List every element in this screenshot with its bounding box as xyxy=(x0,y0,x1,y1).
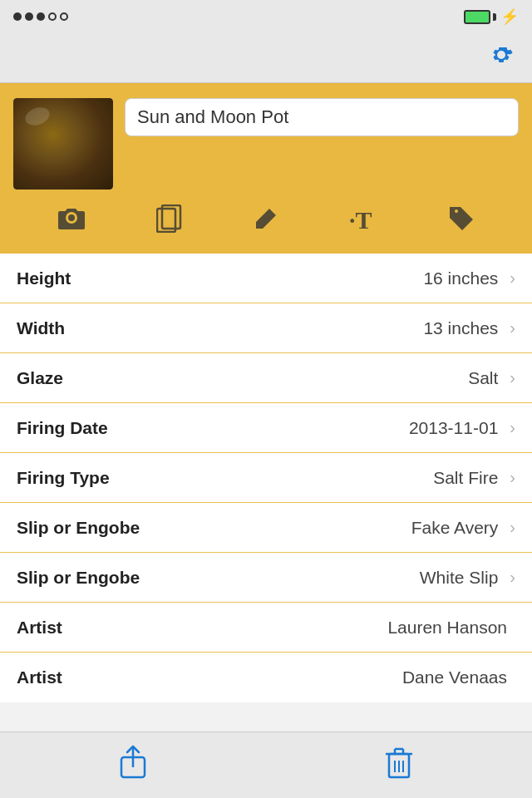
field-value: Fake Avery xyxy=(191,518,506,538)
dot3 xyxy=(37,12,45,21)
field-value: White Slip xyxy=(191,568,506,588)
chevron-right-icon: › xyxy=(510,468,515,487)
copy-icon[interactable] xyxy=(150,201,190,242)
trash-svg xyxy=(383,744,415,781)
chevron-right-icon: › xyxy=(510,568,515,587)
copy-svg xyxy=(156,204,183,233)
camera-svg xyxy=(57,206,86,231)
chevron-right-icon: › xyxy=(510,268,515,288)
table-row[interactable]: Firing Date2013-11-01› xyxy=(0,403,532,453)
field-label: Slip or Engobe xyxy=(17,568,191,588)
field-value: 16 inches xyxy=(191,268,506,288)
field-label: Width xyxy=(17,318,191,338)
share-svg xyxy=(117,744,149,781)
table-row[interactable]: ArtistDane Venaas xyxy=(0,653,532,702)
fields-list: Height16 inches›Width13 inches›GlazeSalt… xyxy=(0,254,532,702)
edit-svg xyxy=(253,205,279,232)
text-size-svg: ·T xyxy=(349,205,377,232)
battery-body xyxy=(464,10,490,24)
title-input[interactable] xyxy=(125,98,519,136)
table-row[interactable]: Height16 inches› xyxy=(0,254,532,303)
camera-icon[interactable] xyxy=(50,203,93,240)
signal-dots xyxy=(13,12,68,21)
text-size-icon[interactable]: ·T xyxy=(342,202,384,241)
chevron-right-icon: › xyxy=(510,418,515,437)
pot-image xyxy=(13,98,113,190)
field-label: Artist xyxy=(17,618,191,638)
status-left xyxy=(13,12,81,21)
field-value: Dane Venaas xyxy=(191,667,515,687)
table-row[interactable]: Slip or EngobeFake Avery› xyxy=(0,503,532,553)
header-card: ·T xyxy=(0,83,532,254)
toolbar: ·T xyxy=(13,201,519,242)
field-label: Firing Date xyxy=(17,418,191,438)
battery-tip xyxy=(493,13,496,21)
table-row[interactable]: GlazeSalt› xyxy=(0,353,532,403)
field-label: Artist xyxy=(17,667,191,687)
tag-icon[interactable] xyxy=(441,201,482,242)
field-value: 13 inches xyxy=(191,318,506,338)
dot4 xyxy=(48,12,57,21)
field-value: Salt Fire xyxy=(191,468,506,488)
svg-text:·T: ·T xyxy=(349,206,372,232)
chevron-right-icon: › xyxy=(510,518,515,537)
tag-svg xyxy=(447,204,475,233)
dot5 xyxy=(60,12,68,21)
edit-icon[interactable] xyxy=(246,202,286,241)
status-bar: ⚡ xyxy=(0,0,532,33)
table-row[interactable]: Firing TypeSalt Fire› xyxy=(0,453,532,503)
field-label: Slip or Engobe xyxy=(17,518,191,538)
dot1 xyxy=(13,12,22,21)
battery-bolt-icon: ⚡ xyxy=(500,7,519,26)
table-row[interactable]: Slip or EngobeWhite Slip› xyxy=(0,553,532,603)
field-value: Salt xyxy=(191,368,506,388)
bottom-bar xyxy=(0,732,532,798)
nav-bar xyxy=(0,33,532,83)
dot2 xyxy=(25,12,33,21)
field-value: 2013-11-01 xyxy=(191,418,506,438)
chevron-right-icon: › xyxy=(510,368,515,387)
field-value: Lauren Hanson xyxy=(191,618,515,638)
header-top xyxy=(13,98,519,190)
battery: ⚡ xyxy=(464,7,519,26)
gear-icon[interactable] xyxy=(487,41,515,75)
field-label: Glaze xyxy=(17,368,191,388)
gear-svg xyxy=(487,41,515,69)
table-row[interactable]: ArtistLauren Hanson xyxy=(0,603,532,653)
chevron-right-icon: › xyxy=(510,318,515,337)
field-label: Height xyxy=(17,268,191,288)
trash-icon[interactable] xyxy=(383,744,415,787)
table-row[interactable]: Width13 inches› xyxy=(0,303,532,353)
share-icon[interactable] xyxy=(117,744,149,787)
field-label: Firing Type xyxy=(17,468,191,488)
status-right: ⚡ xyxy=(464,7,519,26)
